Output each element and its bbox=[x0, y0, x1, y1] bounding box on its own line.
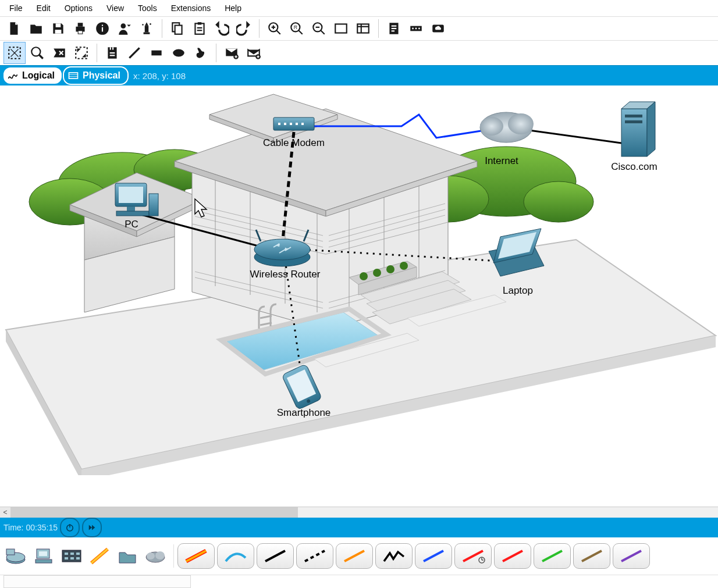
svg-line-28 bbox=[321, 30, 325, 34]
menu-extensions[interactable]: Extensions bbox=[165, 2, 216, 14]
connection-phone[interactable] bbox=[375, 543, 413, 569]
delete-tool-button[interactable] bbox=[49, 42, 70, 63]
open-button[interactable] bbox=[26, 18, 47, 39]
redo-button[interactable] bbox=[233, 18, 254, 39]
user-profile-button[interactable] bbox=[114, 18, 135, 39]
svg-point-58 bbox=[173, 49, 184, 57]
svg-rect-65 bbox=[69, 73, 78, 79]
label-smartphone: Smartphone bbox=[277, 407, 331, 418]
cloud-button[interactable] bbox=[428, 18, 449, 39]
connection-serial-dce[interactable] bbox=[454, 543, 492, 569]
menu-edit[interactable]: Edit bbox=[31, 2, 56, 14]
paste-button[interactable] bbox=[189, 18, 210, 39]
zoom-out-button[interactable] bbox=[308, 18, 329, 39]
add-complex-pdu-button[interactable] bbox=[243, 42, 264, 63]
menu-view[interactable]: View bbox=[101, 2, 130, 14]
connection-iot-custom[interactable] bbox=[573, 543, 610, 569]
zoom-reset-button[interactable]: R bbox=[286, 18, 307, 39]
draw-ellipse-button[interactable] bbox=[168, 42, 189, 63]
device-cisco-server[interactable] bbox=[621, 102, 655, 156]
coordinates-readout: x: 208, y: 108 bbox=[133, 71, 186, 81]
time-label: Time: bbox=[3, 523, 23, 532]
svg-rect-161 bbox=[6, 549, 15, 555]
copy-button[interactable] bbox=[167, 18, 188, 39]
svg-line-47 bbox=[39, 55, 43, 59]
draw-line-button[interactable] bbox=[124, 42, 145, 63]
separator bbox=[216, 44, 216, 62]
add-simple-pdu-button[interactable] bbox=[221, 42, 242, 63]
connection-copper-straight[interactable] bbox=[257, 543, 294, 569]
print-button[interactable] bbox=[70, 18, 91, 39]
zoom-in-button[interactable] bbox=[264, 18, 285, 39]
svg-point-46 bbox=[31, 47, 40, 56]
network-controller-button[interactable] bbox=[406, 18, 426, 39]
svg-rect-140 bbox=[625, 115, 642, 117]
category-connections[interactable] bbox=[86, 544, 113, 568]
save-button[interactable] bbox=[48, 18, 69, 39]
scroll-left-arrow[interactable]: < bbox=[0, 507, 11, 518]
separator bbox=[97, 44, 97, 62]
svg-rect-11 bbox=[144, 33, 150, 34]
draw-rect-button[interactable] bbox=[146, 42, 167, 63]
category-network-devices[interactable] bbox=[2, 544, 29, 568]
svg-point-13 bbox=[142, 24, 144, 26]
category-components[interactable] bbox=[58, 544, 85, 568]
svg-rect-164 bbox=[35, 560, 52, 563]
connection-coaxial[interactable] bbox=[415, 543, 452, 569]
undo-button[interactable] bbox=[211, 18, 232, 39]
view-window-button[interactable] bbox=[330, 18, 351, 39]
place-note-button[interactable] bbox=[102, 42, 123, 63]
svg-rect-10 bbox=[145, 26, 149, 33]
label-cisco: Cisco.com bbox=[611, 161, 657, 172]
category-end-devices[interactable] bbox=[30, 544, 57, 568]
resize-tool-button[interactable] bbox=[71, 42, 92, 63]
category-misc[interactable] bbox=[142, 544, 169, 568]
select-tool-button[interactable] bbox=[3, 42, 26, 64]
activity-wizard-button[interactable] bbox=[136, 18, 157, 39]
connection-console[interactable] bbox=[217, 543, 254, 569]
horizontal-scrollbar[interactable]: < bbox=[0, 507, 718, 518]
notes-button[interactable] bbox=[383, 18, 404, 39]
activity-info-button[interactable] bbox=[92, 18, 113, 39]
inspect-tool-button[interactable] bbox=[27, 42, 48, 63]
svg-rect-129 bbox=[278, 123, 280, 125]
fast-forward-button[interactable] bbox=[82, 518, 102, 537]
physical-icon bbox=[67, 70, 79, 81]
label-internet: Internet bbox=[485, 155, 518, 166]
category-multiuser[interactable] bbox=[114, 544, 141, 568]
connection-fiber[interactable] bbox=[336, 543, 373, 569]
physical-view-tab[interactable]: Physical bbox=[63, 66, 129, 85]
connection-octal[interactable] bbox=[534, 543, 571, 569]
svg-rect-141 bbox=[625, 120, 642, 123]
power-cycle-button[interactable] bbox=[60, 518, 80, 537]
svg-point-148 bbox=[254, 239, 310, 260]
scroll-thumb[interactable] bbox=[10, 507, 298, 518]
view-structured-button[interactable] bbox=[353, 18, 374, 39]
svg-rect-143 bbox=[119, 187, 143, 203]
workspace-canvas[interactable]: Cable Modem Internet Cisco.com PC Wi bbox=[0, 85, 718, 507]
menu-help[interactable]: Help bbox=[219, 2, 247, 14]
svg-rect-36 bbox=[392, 28, 397, 29]
menu-options[interactable]: Options bbox=[59, 2, 98, 14]
svg-rect-0 bbox=[56, 23, 61, 27]
svg-rect-15 bbox=[175, 26, 182, 34]
device-internet[interactable] bbox=[480, 112, 534, 142]
device-categories bbox=[2, 544, 174, 568]
label-cable-modem: Cable Modem bbox=[263, 137, 325, 148]
menu-file[interactable]: File bbox=[3, 2, 29, 14]
connection-usb[interactable] bbox=[613, 543, 650, 569]
connection-copper-crossover[interactable] bbox=[296, 543, 333, 569]
logical-view-tab[interactable]: Logical bbox=[2, 66, 63, 85]
new-file-button[interactable] bbox=[3, 18, 24, 39]
connection-serial-dte[interactable] bbox=[494, 543, 531, 569]
svg-line-123 bbox=[521, 129, 625, 144]
secondary-toolbar bbox=[0, 40, 718, 65]
device-cable-modem[interactable] bbox=[273, 117, 314, 130]
svg-rect-146 bbox=[149, 194, 158, 216]
svg-point-136 bbox=[508, 113, 534, 134]
menu-tools[interactable]: Tools bbox=[132, 2, 163, 14]
svg-rect-169 bbox=[65, 557, 68, 560]
connection-automatic[interactable] bbox=[177, 543, 215, 569]
draw-freeform-button[interactable] bbox=[190, 42, 211, 63]
svg-point-9 bbox=[121, 23, 126, 28]
